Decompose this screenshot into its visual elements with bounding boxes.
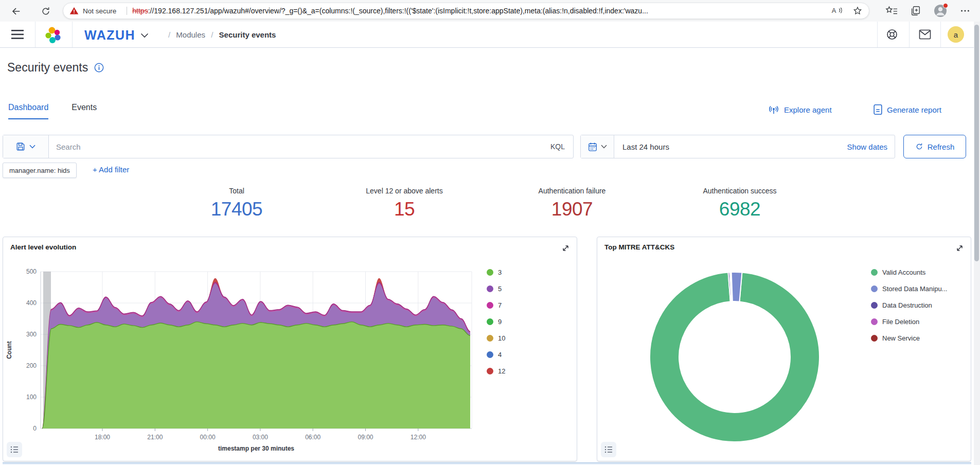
legend-item[interactable]: New Service [871,333,947,343]
add-filter-button[interactable]: + Add filter [93,165,129,174]
explore-agent-label: Explore agent [784,105,832,114]
browser-toolbar: Not secure https://192.168.127.251/app/w… [0,0,980,22]
metric-level-12-or-above-alerts: Level 12 or above alerts15 [320,187,488,220]
lifebuoy-help-icon [886,28,898,41]
divider [940,22,941,47]
back-arrow-icon [10,6,22,17]
filter-pill-label: manager.name: hids [9,167,70,174]
newsfeed-button[interactable] [919,29,931,40]
browser-profile-button[interactable] [934,4,947,17]
read-aloud-icon[interactable]: A [831,6,843,15]
hamburger-icon [11,29,24,40]
svg-text:09:00: 09:00 [358,434,373,441]
browser-menu-icon[interactable] [959,5,971,16]
legend-swatch [871,269,878,276]
legend-item[interactable]: Data Destruction [871,300,947,310]
date-picker: Last 24 hours Show dates [580,135,895,158]
metric-label: Authentication failure [488,187,656,195]
svg-text:06:00: 06:00 [305,434,320,441]
svg-text:timestamp per 30 minutes: timestamp per 30 minutes [218,445,294,452]
chevron-down-icon [601,145,607,149]
legend-item[interactable]: 10 [487,333,505,343]
menu-hamburger-button[interactable] [11,29,24,40]
legend-swatch [487,335,493,342]
explore-agent-button[interactable]: Explore agent [768,104,832,115]
legend-item[interactable]: Valid Accounts [871,267,947,277]
legend-label: 5 [498,285,502,293]
legend-label: 4 [498,351,502,359]
filter-pill[interactable]: manager.name: hids [3,163,77,178]
legend-toggle-button[interactable] [7,442,22,457]
not-secure-label: Not secure [83,7,116,15]
mail-envelope-icon [919,29,931,40]
url-text: https://192.168.127.251/app/wazuh#/overv… [132,7,826,15]
chevron-down-icon [29,145,35,149]
metric-value: 1907 [488,199,656,220]
search-input[interactable] [49,135,542,158]
time-range-value[interactable]: Last 24 hours [614,142,840,151]
info-icon[interactable] [94,63,104,73]
list-icon [604,445,613,454]
collections-icon[interactable] [910,5,921,16]
breadcrumb-separator: / [165,30,174,39]
mitre-chart-legend: Valid AccountsStored Data Manipu...Data … [871,267,947,349]
notification-dot [943,3,948,8]
help-button[interactable] [886,28,898,41]
url-protocol: https [132,7,148,15]
legend-toggle-button[interactable] [601,442,616,457]
breadcrumb-separator: / [207,30,217,39]
generate-report-button[interactable]: Generate report [873,104,941,115]
module-tabs: Dashboard Events [8,103,97,119]
add-favorite-star-icon[interactable] [852,6,863,16]
legend-item[interactable]: Stored Data Manipu... [871,283,947,294]
wazuh-wordmark: WAZUH [84,28,135,43]
legend-label: 9 [498,318,502,326]
svg-text:Count: Count [6,341,13,359]
wazuh-brand-menu[interactable]: WAZUH [84,28,149,43]
browser-back-button[interactable] [9,5,23,18]
refresh-icon [915,142,923,151]
svg-text:03:00: 03:00 [253,434,268,441]
date-quick-select-button[interactable] [581,135,614,158]
browser-refresh-button[interactable] [39,5,52,18]
metrics-row: Total17405Level 12 or above alerts15Auth… [153,187,824,220]
metric-authentication-success: Authentication success6982 [656,187,824,220]
legend-item[interactable]: 7 [487,300,505,310]
legend-label: Stored Data Manipu... [882,285,947,293]
divider [909,22,910,47]
user-avatar[interactable]: a [948,26,964,43]
expand-panel-icon[interactable] [562,244,569,252]
breadcrumb-modules[interactable]: Modules [176,30,205,39]
divider [127,7,127,15]
refresh-label: Refresh [928,142,955,151]
legend-item[interactable]: 9 [487,316,505,327]
svg-text:12:00: 12:00 [411,434,426,441]
legend-item[interactable]: 5 [487,283,505,294]
opensearch-logo-icon[interactable] [44,26,63,44]
metric-authentication-failure: Authentication failure1907 [488,187,656,220]
query-language-button[interactable]: KQL [542,142,573,151]
svg-text:18:00: 18:00 [95,434,110,441]
legend-item[interactable]: 12 [487,366,505,376]
tab-events[interactable]: Events [72,103,97,119]
favorites-bar-icon[interactable] [885,5,898,16]
legend-item[interactable]: File Deletion [871,316,947,327]
saved-queries-button[interactable] [3,135,49,158]
expand-panel-icon[interactable] [956,244,964,252]
tab-dashboard[interactable]: Dashboard [8,103,48,119]
page-scrollbar-thumb[interactable] [974,25,979,261]
app-header: WAZUH / Modules / Security events a [0,22,974,48]
svg-text:500: 500 [26,268,37,275]
legend-swatch [487,302,493,309]
legend-label: File Deletion [882,318,919,326]
address-bar[interactable]: Not secure https://192.168.127.251/app/w… [63,3,869,19]
legend-item[interactable]: 4 [487,349,505,360]
legend-item[interactable]: 3 [487,267,505,277]
show-dates-button[interactable]: Show dates [840,142,895,151]
refresh-button[interactable]: Refresh [903,135,966,158]
page-title-row: Security events [7,61,104,75]
svg-text:400: 400 [26,299,37,307]
panel-alert-level-evolution: Alert level evolution 500400300200100018… [3,237,577,461]
divider [35,22,35,47]
report-document-icon [873,104,883,115]
